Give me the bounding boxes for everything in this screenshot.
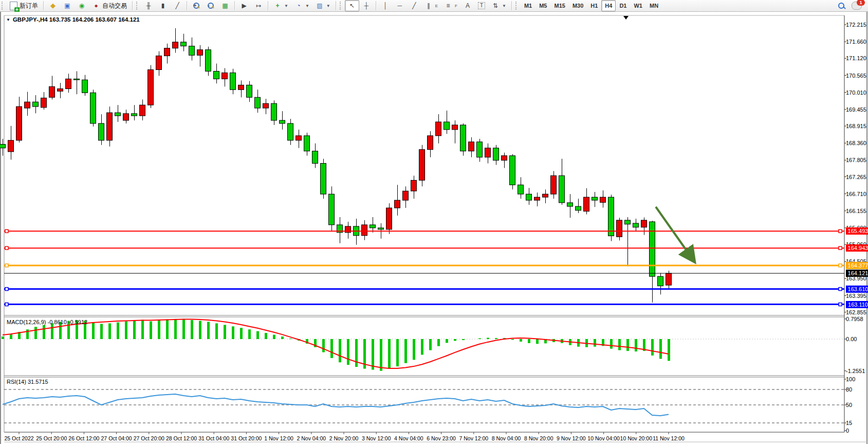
chat-bubble-icon: 1: [852, 2, 862, 10]
horizontal-line-tool-button[interactable]: ─: [393, 0, 407, 11]
down-trend-arrow[interactable]: [656, 207, 693, 259]
line-handle-right[interactable]: [839, 288, 842, 291]
price-tick-label: 162.855: [846, 309, 866, 315]
rsi-tick-label: 100: [846, 376, 855, 382]
timeframe-button-MN[interactable]: MN: [646, 0, 662, 11]
candle-bearish: [312, 151, 318, 164]
timeframe-button-M15[interactable]: M15: [550, 0, 568, 11]
indicators-button[interactable]: +▼: [270, 0, 291, 11]
chart-shift-marker[interactable]: [623, 16, 629, 20]
cursor-tool-button[interactable]: ↖: [345, 0, 359, 11]
crosshair-tool-button[interactable]: ┼: [359, 0, 374, 11]
candle-bearish: [650, 222, 655, 276]
zoom-in-button[interactable]: +: [189, 0, 204, 11]
line-handle-left[interactable]: [5, 303, 8, 306]
line-handle-left[interactable]: [5, 288, 8, 291]
templates-button[interactable]: ▨▼: [312, 0, 334, 11]
toolbar-grip[interactable]: [340, 2, 343, 10]
toolbar-grip[interactable]: [2, 2, 5, 10]
channel-tag: E: [435, 4, 438, 8]
line-handle-right[interactable]: [839, 246, 842, 250]
candlestick-chart-button[interactable]: ▮: [156, 0, 170, 11]
arrows-tool-button[interactable]: ⇅▼: [488, 0, 509, 11]
candle-bullish: [534, 197, 540, 200]
strategy-tester-button[interactable]: ▣: [60, 0, 75, 11]
templates-icon: ▨: [316, 2, 324, 10]
auto-scroll-button[interactable]: ▶: [237, 0, 251, 11]
candle-bearish: [576, 206, 581, 210]
candle-bearish: [378, 228, 384, 229]
autotrading-button[interactable]: ● 自动交易: [89, 0, 130, 11]
vertical-line-tool-button[interactable]: │: [378, 0, 393, 11]
dropdown-arrow-icon: ▼: [326, 4, 330, 8]
dropdown-arrow-icon: ▼: [284, 4, 288, 8]
text-tool-button[interactable]: A: [460, 0, 475, 11]
candle-bearish: [460, 125, 466, 151]
timeframe-button-M5[interactable]: M5: [535, 0, 550, 11]
rsi-tick-label: 80: [846, 386, 852, 393]
text-icon: A: [464, 2, 472, 10]
toolbar-grip[interactable]: [136, 2, 140, 10]
candle-bullish: [395, 200, 400, 208]
candle-bearish: [493, 148, 499, 161]
signals-icon: ◉: [78, 2, 86, 10]
timeframe-button-W1[interactable]: W1: [630, 0, 646, 11]
timeframe-button-M30[interactable]: M30: [569, 0, 587, 11]
candle-bullish: [123, 114, 129, 120]
tile-windows-button[interactable]: ▦: [218, 0, 232, 11]
new-order-icon: [10, 2, 17, 10]
fibonacci-tool-button[interactable]: ≡F: [441, 0, 460, 11]
timeframe-button-H1[interactable]: H1: [587, 0, 601, 11]
channel-tool-button[interactable]: ∥E: [421, 0, 441, 11]
candle-bearish: [115, 113, 121, 116]
timeframe-button-D1[interactable]: D1: [616, 0, 630, 11]
macd-tick-label: -1.2551: [846, 368, 865, 374]
chart-shift-button[interactable]: ↦: [251, 0, 266, 11]
candle-bullish: [58, 88, 63, 91]
collapse-triangle-icon[interactable]: ▼: [6, 17, 10, 22]
level-price-label: 165.493: [846, 227, 868, 235]
metaeditor-button[interactable]: ◆: [46, 0, 60, 11]
notifications-button[interactable]: 1: [848, 0, 865, 11]
zoom-out-icon: -: [207, 2, 215, 10]
periods-button[interactable]: ◔▼: [291, 0, 312, 11]
macd-tick-label: 0.7958: [846, 316, 863, 322]
candlestick-chart-icon: ▮: [159, 2, 167, 10]
autotrading-icon: ●: [92, 2, 100, 10]
toolbar-grip[interactable]: [515, 2, 519, 10]
line-handle-right[interactable]: [839, 229, 842, 233]
line-handle-right[interactable]: [839, 264, 842, 267]
label-tool-button[interactable]: T: [475, 0, 488, 11]
candle-bullish: [156, 56, 162, 70]
timeframe-button-H4[interactable]: H4: [601, 0, 616, 11]
chart-shift-icon: ↦: [254, 2, 263, 10]
price-tick-label: 166.710: [846, 191, 866, 197]
line-handle-right[interactable]: [839, 303, 842, 306]
chart-window[interactable]: ▼GBPJPY-,H4 163.735 164.206 163.607 164.…: [0, 12, 868, 444]
fibonacci-tag: F: [455, 4, 457, 8]
macd-indicator-label: MACD(12,26,9) -0.8610 -0.5912: [7, 319, 87, 325]
price-tick-label: 168.915: [846, 123, 866, 129]
dropdown-arrow-icon: ▼: [502, 4, 506, 8]
price-tick-label: 172.215: [846, 22, 866, 28]
candle-bullish: [148, 69, 154, 105]
candle-bearish: [90, 93, 96, 123]
line-handle-left[interactable]: [5, 229, 8, 233]
price-tick-label: 167.805: [846, 157, 866, 163]
signals-button[interactable]: ◉: [75, 0, 89, 11]
bar-chart-button[interactable]: ╫: [141, 0, 156, 11]
zoom-out-button[interactable]: -: [204, 0, 218, 11]
line-handle-left[interactable]: [5, 264, 8, 267]
toolbar-separator: [132, 1, 133, 10]
new-order-button[interactable]: 新订单: [7, 0, 41, 11]
line-handle-left[interactable]: [5, 246, 8, 250]
dropdown-arrow-icon: ▼: [305, 4, 309, 8]
trendline-tool-button[interactable]: ╱: [407, 0, 421, 11]
timeframe-button-M1[interactable]: M1: [521, 0, 535, 11]
search-button[interactable]: [834, 0, 848, 11]
candle-bearish: [518, 185, 524, 194]
new-order-label: 新订单: [20, 2, 38, 10]
rsi-tick-label: 15: [846, 420, 852, 426]
line-chart-button[interactable]: ╱: [170, 0, 184, 11]
chart-canvas[interactable]: [0, 12, 868, 444]
